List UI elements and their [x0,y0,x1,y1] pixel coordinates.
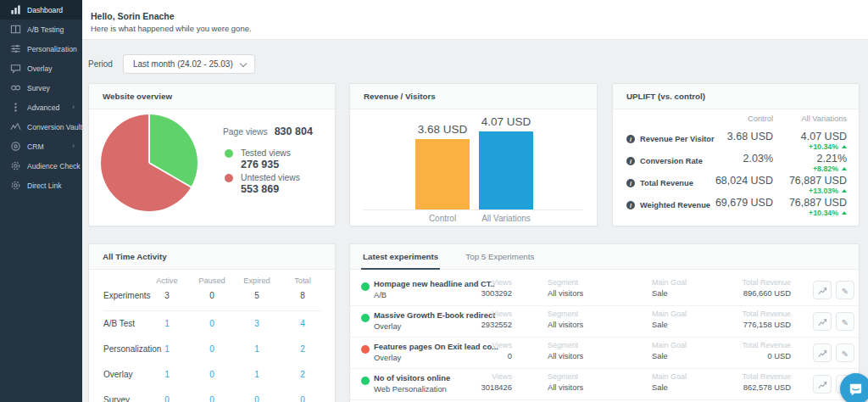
uplift-control-value: 3.68 USD [727,131,773,142]
cell-link[interactable]: 3 [233,319,281,328]
tab-latest-experiments[interactable]: Latest experiments [361,245,440,270]
stats-button[interactable] [813,281,832,299]
cell-link[interactable]: 0 [279,395,326,402]
cell-link[interactable]: 1 [143,319,191,328]
cell-link[interactable]: 0 [188,370,236,379]
main-goal-label: Main Goal [652,310,687,318]
bar-value-label: 4.07 USD [481,115,531,128]
chevron-right-icon [72,103,75,111]
period-select[interactable]: Last month (24.02 - 25.03) [123,54,255,74]
bar-control: 3.68 USD [415,123,470,209]
sidebar-item-overlay[interactable]: Overlay [0,59,82,78]
row-label: A/B Test [103,319,135,328]
info-icon[interactable] [626,179,635,187]
activity-column-headers: Active Paused Expired Total [89,276,335,287]
sidebar-item-personalization[interactable]: Personalization [0,39,82,59]
sidebar-item-conversion-vault[interactable]: Conversion Vault [0,117,82,137]
experiment-row[interactable]: Massive Growth E-book redirect Overlay V… [350,305,859,338]
cell-link[interactable]: 1 [233,344,281,354]
sidebar-item-survey[interactable]: Survey [0,78,82,98]
stats-button[interactable] [813,312,832,331]
period-label: Period [88,59,113,69]
row-label: Overlay [103,370,132,379]
tab-top5-experiments[interactable]: Top 5 Experiments [464,244,536,269]
total-revenue-label: Total Revenue [706,278,791,287]
views-value: 3003292 [435,288,512,298]
sidebar-item-direct-link[interactable]: Direct Link [0,176,82,195]
sidebar-item-crm[interactable]: CRM [0,137,82,156]
main-goal-value: Sale [652,320,687,329]
card-title: Website overview [89,84,335,109]
edit-button[interactable] [836,343,854,362]
conversion-vault-icon [9,121,21,133]
cell-link[interactable]: 0 [233,395,281,402]
sidebar-item-label: Dashboard [27,6,63,14]
cell-link[interactable]: 0 [188,319,236,328]
card-title: All Time Activity [89,244,335,270]
sidebar-item-label: Advanced [27,103,59,112]
page-views-label: Page views [223,127,268,137]
cell-value: 8 [279,291,326,300]
experiments-card: Latest experiments Top 5 Experiments Hom… [349,243,860,402]
cell-link[interactable]: 1 [233,370,281,379]
main-goal-label: Main Goal [652,372,687,381]
cell-link[interactable]: 0 [188,344,236,354]
cell-link[interactable]: 2 [279,370,326,379]
page-views-line: Page views 830 804 [223,126,313,137]
status-dot [361,314,370,322]
cell-link[interactable]: 0 [143,395,191,402]
bar-chart: 3.68 USD 4.07 USD Control All Variations [364,109,583,210]
chevron-right-icon [72,142,75,150]
overlay-icon [9,63,21,75]
experiment-row[interactable]: No of visitors online Web Personalizatio… [350,368,859,400]
page-views-value: 830 804 [275,126,313,137]
segment-value: All visitors [548,320,583,329]
bar-category-label: All Variations [468,214,544,223]
info-icon[interactable] [626,135,635,143]
cell-link[interactable]: 2 [279,344,326,354]
untested-views-dot [225,174,233,182]
cell-link[interactable]: 0 [188,395,236,402]
column-header: Active [143,276,191,285]
edit-button[interactable] [836,312,854,331]
cell-link[interactable]: 1 [143,370,191,379]
sidebar-item-ab-testing[interactable]: A/B Testing [0,20,82,39]
legend-value: 276 935 [241,159,291,170]
uplift-row-label: Weighted Revenue [640,201,710,209]
main-goal-value: Sale [652,351,687,360]
cell-link[interactable]: 4 [279,319,326,328]
chat-launcher-button[interactable] [840,373,868,402]
sidebar-item-label: Overlay [27,64,53,73]
experiment-row[interactable]: Hompage new headline and CT.. A/B Views3… [350,274,859,306]
info-icon[interactable] [626,157,635,165]
audience-check-icon [9,160,21,172]
cell-link[interactable]: 1 [143,344,191,354]
info-icon[interactable] [626,201,635,209]
uplift-column-headers: Control All Variations [626,114,847,125]
sidebar-item-advanced[interactable]: Advanced [0,98,82,117]
sidebar-item-audience-check[interactable]: Audience Check [0,156,82,176]
sidebar-item-label: Conversion Vault [27,123,82,131]
experiment-row[interactable]: Features pages On Exit lead co... Overla… [350,337,859,369]
total-revenue-value: 776,158 USD [706,320,791,329]
main-goal-label: Main Goal [652,278,687,287]
sidebar-item-dashboard[interactable]: Dashboard [0,0,82,20]
pencil-icon [842,314,849,329]
main-goal-label: Main Goal [652,341,687,349]
column-header-control: Control [748,114,773,123]
legend-value: 553 869 [241,183,300,195]
legend-item-tested: Tested views 276 935 [225,148,291,170]
greeting-subtitle: Here is what happened while you were gon… [91,24,252,33]
bar-value-label: 3.68 USD [418,123,468,136]
chevron-down-icon [240,59,247,66]
total-revenue-label: Total Revenue [706,310,791,318]
segment-label: Segment [548,310,583,318]
row-label: Survey [103,395,130,402]
stats-button[interactable] [813,375,832,394]
pie-separator-1 [148,114,150,163]
segment-value: All visitors [548,288,583,298]
card-title: Revenue / Visitors [350,84,597,109]
legend-label: Untested views [241,173,300,182]
edit-button[interactable] [836,281,854,299]
stats-button[interactable] [813,343,832,362]
